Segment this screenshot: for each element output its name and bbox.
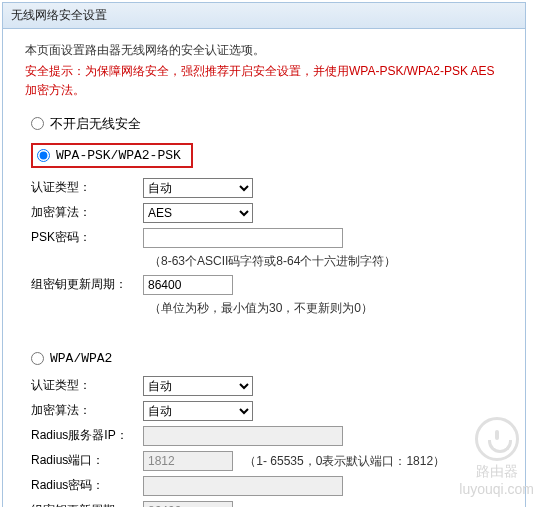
label-rekey: 组密钥更新周期： (25, 276, 143, 293)
panel-header: 无线网络安全设置 (3, 3, 525, 29)
label-wpa-rekey: 组密钥更新周期： (25, 502, 143, 507)
row-rekey: 组密钥更新周期： (25, 275, 503, 295)
option-wpapsk-row: WPA-PSK/WPA2-PSK (31, 143, 503, 168)
label-wpa-enc: 加密算法： (25, 402, 143, 419)
wpapsk-highlight: WPA-PSK/WPA2-PSK (31, 143, 193, 168)
row-radius-ip: Radius服务器IP： (25, 426, 503, 446)
radio-disable[interactable] (31, 117, 44, 130)
label-radius-pwd: Radius密码： (25, 477, 143, 494)
row-psk: PSK密码： (25, 228, 503, 248)
input-radius-ip[interactable] (143, 426, 343, 446)
input-rekey[interactable] (143, 275, 233, 295)
row-radius-port: Radius端口： （1- 65535，0表示默认端口：1812） (25, 451, 503, 471)
label-enc-alg: 加密算法： (25, 204, 143, 221)
label-radius-ip: Radius服务器IP： (25, 427, 143, 444)
radio-wpa[interactable] (31, 352, 44, 365)
panel-content: 本页面设置路由器无线网络的安全认证选项。 安全提示：为保障网络安全，强烈推荐开启… (3, 29, 525, 507)
row-enc-alg: 加密算法： AES (25, 203, 503, 223)
row-wpa-enc: 加密算法： 自动 (25, 401, 503, 421)
radio-wpapsk[interactable] (37, 149, 50, 162)
select-wpa-auth[interactable]: 自动 (143, 376, 253, 396)
select-enc-alg[interactable]: AES (143, 203, 253, 223)
input-radius-port[interactable] (143, 451, 233, 471)
label-wpa-auth: 认证类型： (25, 377, 143, 394)
wpapsk-form: 认证类型： 自动 加密算法： AES PSK密码： (25, 178, 503, 317)
wpa-form: 认证类型： 自动 加密算法： 自动 Radius服务器IP： (25, 376, 503, 507)
row-wpa-rekey: 组密钥更新周期： (25, 501, 503, 507)
label-psk: PSK密码： (25, 229, 143, 246)
hint-rekey: （单位为秒，最小值为30，不更新则为0） (149, 300, 503, 317)
row-radius-pwd: Radius密码： (25, 476, 503, 496)
option-wpa-row: WPA/WPA2 (31, 351, 503, 366)
label-radius-port: Radius端口： (25, 452, 143, 469)
input-radius-pwd[interactable] (143, 476, 343, 496)
intro-desc: 本页面设置路由器无线网络的安全认证选项。 (25, 41, 503, 60)
radio-wpapsk-label[interactable]: WPA-PSK/WPA2-PSK (56, 148, 181, 163)
input-wpa-rekey[interactable] (143, 501, 233, 507)
input-psk[interactable] (143, 228, 343, 248)
hint-psk: （8-63个ASCII码字符或8-64个十六进制字符） (149, 253, 503, 270)
radio-disable-label[interactable]: 不开启无线安全 (50, 115, 141, 133)
row-wpa-auth: 认证类型： 自动 (25, 376, 503, 396)
row-auth-type: 认证类型： 自动 (25, 178, 503, 198)
panel-title: 无线网络安全设置 (11, 8, 107, 22)
select-wpa-enc[interactable]: 自动 (143, 401, 253, 421)
radio-wpa-label[interactable]: WPA/WPA2 (50, 351, 112, 366)
hint-radius-port: （1- 65535，0表示默认端口：1812） (244, 454, 445, 468)
select-auth-type[interactable]: 自动 (143, 178, 253, 198)
option-disable-row: 不开启无线安全 (31, 115, 503, 133)
security-panel: 无线网络安全设置 本页面设置路由器无线网络的安全认证选项。 安全提示：为保障网络… (2, 2, 526, 507)
intro-warning: 安全提示：为保障网络安全，强烈推荐开启安全设置，并使用WPA-PSK/WPA2-… (25, 62, 503, 100)
label-auth-type: 认证类型： (25, 179, 143, 196)
